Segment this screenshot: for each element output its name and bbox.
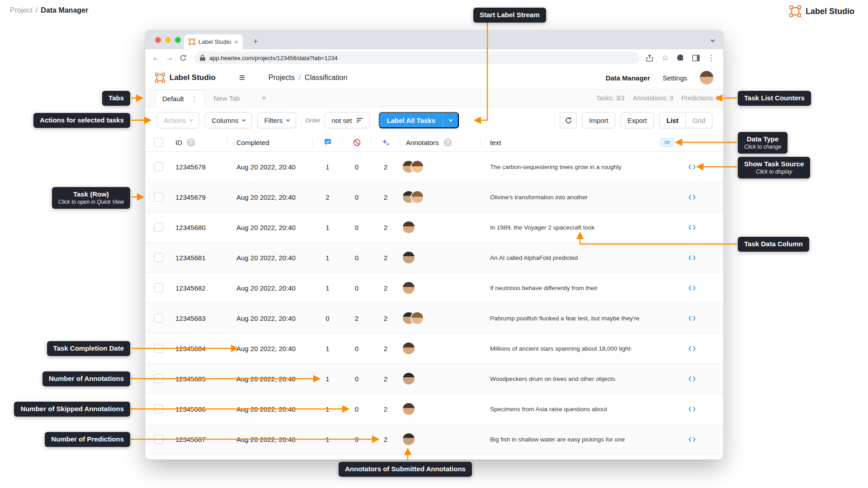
address-bar[interactable]: app.heartex.com/projects/123456/data?tab… xyxy=(194,52,639,64)
task-row[interactable]: 12345678 Aug 20 2022, 20:40 1 0 2 The ca… xyxy=(145,152,723,182)
row-checkbox[interactable] xyxy=(154,435,163,444)
tab-close-icon[interactable]: × xyxy=(234,38,238,45)
show-source-button[interactable] xyxy=(660,194,723,200)
column-header-completed[interactable]: Completed xyxy=(227,133,313,151)
user-avatar[interactable] xyxy=(700,71,713,84)
show-source-button[interactable] xyxy=(660,285,723,291)
list-view-button[interactable]: List xyxy=(660,113,686,128)
hamburger-menu-icon[interactable]: ≡ xyxy=(239,73,245,83)
filters-dropdown[interactable]: Filters xyxy=(257,112,296,128)
task-row[interactable]: 12345684 Aug 20 2022, 20:40 1 0 2 Millio… xyxy=(145,333,723,364)
task-row[interactable]: 12345686 Aug 20 2022, 20:40 1 0 2 Specim… xyxy=(145,394,723,424)
row-checkbox[interactable] xyxy=(154,192,163,202)
avatar[interactable] xyxy=(403,403,415,415)
predictions-count: 2 xyxy=(371,405,400,413)
export-button[interactable]: Export xyxy=(621,112,654,128)
show-source-button[interactable] xyxy=(660,255,723,261)
task-row[interactable]: 12345680 Aug 20 2022, 20:40 1 0 2 In 198… xyxy=(145,212,723,243)
breadcrumb-current: Data Manager xyxy=(41,6,88,14)
import-button[interactable]: Import xyxy=(582,112,615,128)
avatar[interactable] xyxy=(403,343,415,354)
show-source-button[interactable] xyxy=(660,346,723,352)
annotators-cell xyxy=(400,191,481,203)
add-tab-button[interactable]: + xyxy=(249,89,279,107)
annotators-cell xyxy=(400,433,481,445)
columns-dropdown[interactable]: Columns xyxy=(205,112,252,128)
tab-menu-kebab-icon[interactable]: ⋮ xyxy=(191,95,198,103)
extensions-icon[interactable] xyxy=(675,52,686,64)
minimize-window-button[interactable] xyxy=(165,37,171,43)
share-icon[interactable] xyxy=(644,52,656,64)
app-brand[interactable]: Label Studio xyxy=(155,73,216,83)
data-type-badge[interactable]: str xyxy=(660,138,674,147)
order-group: Order not set xyxy=(305,112,369,128)
refresh-button[interactable] xyxy=(560,112,577,128)
select-all-checkbox[interactable] xyxy=(154,138,163,147)
task-text: Millions of ancient stars spanning about… xyxy=(481,345,660,352)
column-header-annotators[interactable]: Annotators ? xyxy=(400,133,481,151)
grid-view-button[interactable]: Grid xyxy=(686,113,712,128)
task-row[interactable]: 12345682 Aug 20 2022, 20:40 1 0 2 If neu… xyxy=(145,273,723,303)
task-row[interactable]: 12345681 Aug 20 2022, 20:40 1 0 2 An AI … xyxy=(145,243,723,273)
bookmark-star-icon[interactable]: ☆ xyxy=(659,52,671,64)
zoom-window-button[interactable] xyxy=(175,37,181,43)
label-all-tasks-button[interactable]: Label All Tasks xyxy=(379,112,459,128)
row-checkbox[interactable] xyxy=(154,162,163,171)
task-row[interactable]: 12345683 Aug 20 2022, 20:40 0 2 2 Pahrum… xyxy=(145,303,723,333)
show-source-button[interactable] xyxy=(660,436,723,442)
row-checkbox[interactable] xyxy=(154,374,163,383)
row-checkbox[interactable] xyxy=(154,404,163,413)
show-source-button[interactable] xyxy=(660,225,723,230)
show-source-button[interactable] xyxy=(660,406,723,412)
row-checkbox[interactable] xyxy=(154,253,163,262)
column-header-id[interactable]: ID ? xyxy=(167,133,227,151)
back-icon[interactable]: ← xyxy=(150,52,162,64)
column-header-text[interactable]: text xyxy=(481,133,660,151)
row-checkbox[interactable] xyxy=(154,283,163,292)
task-row[interactable]: 12345679 Aug 20 2022, 20:40 2 0 2 Olivin… xyxy=(145,182,723,212)
avatar[interactable] xyxy=(403,373,415,385)
predictions-count: 2 xyxy=(371,224,400,231)
breadcrumb-project[interactable]: Project xyxy=(10,6,33,14)
label-all-tasks-dropdown[interactable] xyxy=(443,113,458,127)
task-row[interactable]: 12345685 Aug 20 2022, 20:40 1 0 2 Woodpe… xyxy=(145,364,723,394)
avatar[interactable] xyxy=(403,433,415,445)
column-header-skipped[interactable] xyxy=(342,133,371,151)
code-icon xyxy=(689,376,696,382)
column-header-predictions[interactable] xyxy=(371,133,400,151)
avatar[interactable] xyxy=(411,191,423,203)
help-icon[interactable]: ? xyxy=(187,138,195,147)
avatar[interactable] xyxy=(403,252,415,263)
task-row[interactable]: 12345687 Aug 20 2022, 20:40 1 0 2 Big fi… xyxy=(145,424,723,455)
close-window-button[interactable] xyxy=(155,37,161,43)
tab-default[interactable]: Default ⋮ xyxy=(156,90,205,107)
show-source-button[interactable] xyxy=(660,376,723,382)
row-checkbox[interactable] xyxy=(154,314,163,323)
row-checkbox[interactable] xyxy=(154,223,163,232)
column-header-annotated[interactable] xyxy=(313,133,342,151)
tab-new-tab[interactable]: New Tab xyxy=(205,89,249,107)
help-icon[interactable]: ? xyxy=(443,138,452,147)
task-text: Big fish in shallow water are easy picki… xyxy=(481,436,660,443)
show-source-button[interactable] xyxy=(660,315,723,321)
data-manager-link[interactable]: Data Manager xyxy=(605,74,650,82)
browser-tab[interactable]: Label Studio × xyxy=(184,34,243,49)
avatar[interactable] xyxy=(411,161,423,173)
forward-icon[interactable]: → xyxy=(163,52,176,64)
side-panel-icon[interactable] xyxy=(690,52,702,64)
table-header: ID ? Completed Annotators ? xyxy=(145,133,723,152)
order-selector[interactable]: not set xyxy=(325,112,369,128)
nav-projects-link[interactable]: Projects xyxy=(269,74,295,82)
row-checkbox[interactable] xyxy=(154,344,163,353)
browser-menu-kebab-icon[interactable]: ⋮ xyxy=(705,52,717,64)
avatar[interactable] xyxy=(403,221,415,233)
new-browser-tab-button[interactable]: + xyxy=(250,36,261,47)
avatar[interactable] xyxy=(403,282,415,294)
reload-icon[interactable] xyxy=(177,52,189,64)
favicon-icon xyxy=(189,38,195,45)
actions-dropdown[interactable]: Actions xyxy=(157,112,199,128)
settings-link[interactable]: Settings xyxy=(663,74,687,82)
tab-search-chevron-icon[interactable] xyxy=(711,35,714,43)
show-source-button[interactable] xyxy=(660,164,723,170)
avatar[interactable] xyxy=(411,312,423,324)
